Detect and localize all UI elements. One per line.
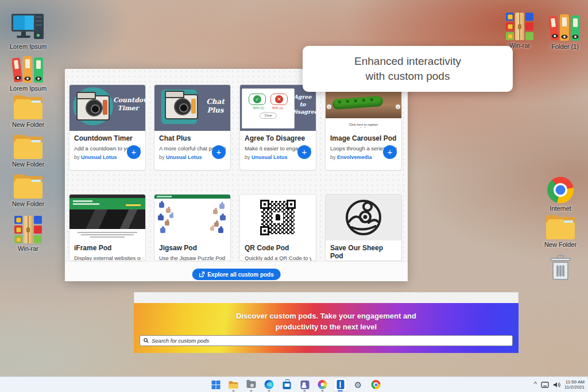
pod-author-link[interactable]: Unusual Lotus: [166, 154, 202, 160]
pod-thumbnail: [154, 195, 230, 240]
pod-card-agree-to-disagree[interactable]: ✓ ✕ 50% (1) 50% (1) Clear Agree to Disag…: [239, 84, 316, 170]
photos-icon: [318, 380, 327, 389]
taskbar-store[interactable]: [280, 378, 294, 391]
search-input[interactable]: [152, 337, 509, 344]
recycle-bin-icon: [548, 255, 573, 281]
volume-icon[interactable]: [553, 382, 560, 388]
taskbar-teams[interactable]: [298, 378, 312, 391]
folder-icon: [546, 215, 575, 239]
desktop-icon-binders[interactable]: Lorem Ipsum: [6, 56, 50, 92]
settings-gear-icon: ⚙: [354, 381, 362, 389]
chrome-icon: [372, 380, 381, 389]
no-percent: 50% (1): [272, 106, 283, 110]
taskbar-settings[interactable]: ⚙: [351, 378, 365, 391]
pod-title: Jigsaw Pod: [159, 244, 226, 252]
pod-title: Countdown Timer: [74, 134, 141, 142]
pod-thumbnail: [326, 195, 401, 240]
tooltip-line2: with custom pods: [366, 69, 450, 84]
clear-button: Clear: [260, 112, 277, 119]
pod-author-link[interactable]: Unusual Lotus: [81, 154, 117, 160]
pod-description: Quickly add a QR Code to your...: [245, 255, 311, 261]
pod-card-save-our-sheep[interactable]: Save Our Sheep Pod Create a bridge for t…: [325, 194, 402, 261]
desktop: { "desktop": { "left_icons": [ { "label"…: [0, 0, 588, 392]
pod-author-link[interactable]: Unusual Lotus: [252, 154, 288, 160]
start-button[interactable]: [209, 378, 223, 391]
folder-icon: [14, 95, 42, 119]
desktop-icon-label: New Folder: [12, 161, 44, 168]
pod-description: Display external websites or content,...: [74, 255, 141, 261]
desktop-icon-label: Win-rar: [18, 245, 38, 252]
pod-title: Agree To Disagree: [245, 134, 311, 142]
desktop-icon-winrar-top[interactable]: Win-rar: [498, 13, 541, 49]
add-pod-button[interactable]: +: [297, 145, 311, 159]
custom-pods-window: Countdown Timer Countdown Timer Add a co…: [65, 69, 408, 281]
teams-icon: [300, 381, 309, 389]
taskbar: ⚙ ^ 11:59 AM 11/2/2021: [0, 377, 588, 392]
desktop-icon-internet[interactable]: Internet: [539, 177, 582, 212]
add-pod-button[interactable]: +: [383, 145, 397, 159]
tray-time: 11:59 AM: [564, 379, 585, 385]
pod-thumbnail: Countdown Timer: [69, 85, 145, 131]
carousel-dots: • •: [326, 126, 401, 129]
pod-thumbnail: [69, 195, 145, 240]
pod-card-countdown-timer[interactable]: Countdown Timer Countdown Timer Add a co…: [69, 84, 146, 170]
desktop-icon-folder-1[interactable]: Folder (1): [543, 14, 587, 50]
desktop-icon-computer[interactable]: Lorem Ipsum: [6, 13, 50, 50]
banner-top-strip: [134, 292, 519, 303]
pod-title: Chat Plus: [159, 134, 226, 142]
taskbar-edge[interactable]: [262, 378, 276, 391]
add-pod-button[interactable]: +: [212, 145, 226, 159]
desktop-icon-label: Lorem Ipsum: [10, 43, 47, 50]
desktop-icon-label: New Folder: [12, 121, 44, 128]
folder-icon: [14, 174, 42, 199]
taskbar-active-app[interactable]: [334, 378, 347, 391]
computer-icon: [11, 13, 45, 41]
chrome-icon: [547, 177, 574, 203]
pod-title: Image Carousel Pod: [330, 134, 397, 142]
desktop-icon-label: Lorem Ipsum: [10, 85, 47, 92]
desktop-icon-new-folder-1[interactable]: New Folder: [6, 95, 50, 128]
pod-thumbnail: ‹ › Click here to register • •: [326, 85, 401, 131]
tray-chevron-icon[interactable]: ^: [534, 381, 537, 387]
pod-thumbnail: Chat Plus: [154, 85, 230, 131]
desktop-icon-recycle-bin[interactable]: [539, 255, 582, 281]
desktop-icon-new-folder-3[interactable]: New Folder: [6, 174, 50, 207]
pod-card-iframe[interactable]: iFrame Pod Display external websites or …: [69, 194, 146, 261]
search-box[interactable]: [140, 335, 513, 346]
carousel-next-icon: ›: [396, 104, 400, 109]
desktop-icon-label: Win-rar: [509, 42, 530, 49]
tooltip-line1: Enhanced interactivity: [354, 54, 461, 69]
pod-card-image-carousel[interactable]: ‹ › Click here to register • • Image Car…: [325, 84, 402, 170]
banner-heading-line1: Discover custom pods. Take your engageme…: [134, 311, 519, 321]
taskbar-photos[interactable]: [316, 378, 330, 391]
clock[interactable]: 11:59 AM 11/2/2021: [564, 379, 585, 390]
desktop-icon-new-folder-right[interactable]: New Folder: [539, 215, 582, 248]
taskbar-chrome[interactable]: [369, 378, 383, 391]
pod-card-chat-plus[interactable]: Chat Plus Chat Plus A more colorful chat…: [154, 84, 231, 170]
taskbar-camera[interactable]: [245, 378, 258, 391]
add-pod-button[interactable]: +: [127, 145, 141, 159]
pod-title: Save Our Sheep Pod: [330, 244, 397, 260]
pod-card-qr-code[interactable]: QR Code Pod Quickly add a QR Code to you…: [239, 194, 316, 261]
microsoft-store-icon: [283, 382, 291, 389]
banner-heading-line2: productivity to the next level: [134, 321, 519, 332]
taskbar-file-explorer[interactable]: [227, 378, 241, 391]
binders-icon: [12, 56, 44, 83]
pod-author-link[interactable]: Envolvemedia: [337, 154, 372, 160]
windows-icon: [211, 381, 220, 389]
file-explorer-icon: [229, 381, 238, 389]
binders-icon: [549, 14, 581, 41]
explore-all-custom-pods-button[interactable]: Explore all custom pods: [192, 269, 281, 280]
pod-card-jigsaw[interactable]: Jigsaw Pod Use the Jigsaw Puzzle Pod by.…: [154, 194, 231, 261]
yes-percent: 50% (1): [253, 106, 264, 110]
desktop-icon-new-folder-2[interactable]: New Folder: [6, 135, 50, 168]
desktop-icon-label: Folder (1): [551, 43, 579, 50]
edge-icon: [265, 380, 274, 389]
desktop-icon-winrar[interactable]: Win-rar: [6, 216, 50, 252]
touch-keyboard-icon[interactable]: [541, 382, 549, 388]
tray-date: 11/2/2021: [564, 385, 585, 390]
pod-title: iFrame Pod: [74, 244, 141, 252]
vote-no-icon: ✕: [270, 94, 288, 105]
search-icon: [144, 338, 149, 343]
winrar-icon: [506, 13, 533, 40]
